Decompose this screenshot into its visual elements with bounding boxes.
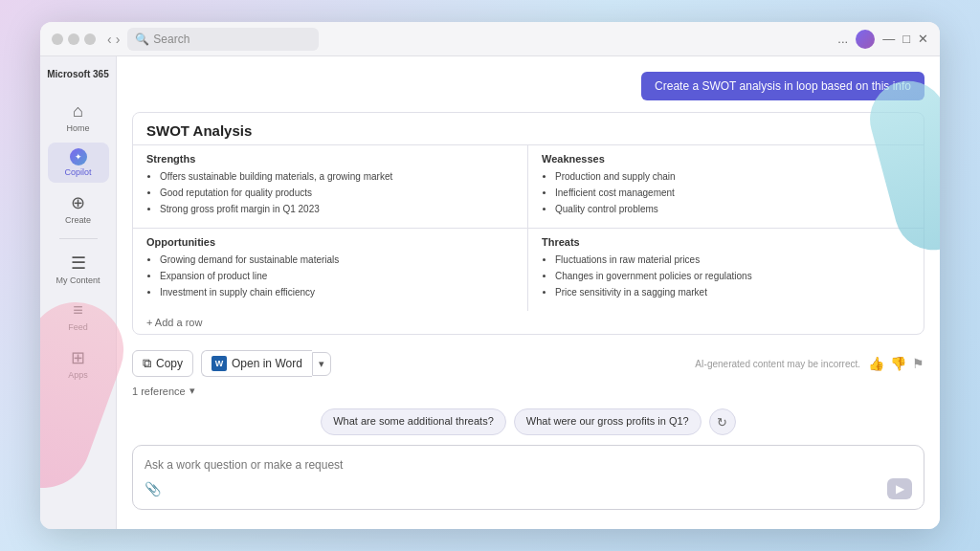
feed-icon: ≡ <box>73 300 83 320</box>
send-button[interactable]: ▶ <box>887 478 912 499</box>
swot-table-container: SWOT Analysis Strengths Offers sustainab… <box>132 112 924 335</box>
strengths-list: Offers sustainable building materials, a… <box>146 169 514 217</box>
sidebar-item-label: Copilot <box>64 167 91 177</box>
opportunities-title: Opportunities <box>146 236 514 248</box>
list-item: Quality control problems <box>555 202 910 217</box>
avatar[interactable] <box>856 30 875 49</box>
dislike-button[interactable]: 👎 <box>890 356 906 371</box>
input-actions: 📎 ▶ <box>145 478 912 499</box>
list-item: Inefficient cost management <box>555 186 910 201</box>
copy-icon: ⧉ <box>143 356 151 371</box>
minimize-btn[interactable]: — <box>882 32 895 46</box>
apps-icon: ⊞ <box>71 347 85 368</box>
list-item: Price sensitivity in a sagging market <box>555 285 910 300</box>
search-placeholder-text: Search <box>153 33 189 46</box>
weaknesses-list: Production and supply chain Inefficient … <box>542 169 910 217</box>
sidebar-item-apps[interactable]: ⊞ Apps <box>48 342 109 386</box>
suggestion-chip-profits[interactable]: What were our gross profits in Q1? <box>514 408 702 435</box>
threats-list: Fluctuations in raw material prices Chan… <box>542 253 910 300</box>
swot-opportunities-cell: Opportunities Growing demand for sustain… <box>133 228 528 311</box>
maximize-btn[interactable]: □ <box>902 32 910 46</box>
sidebar-item-home[interactable]: ⌂ Home <box>48 96 109 139</box>
attach-icon[interactable]: 📎 <box>145 481 161 496</box>
nav-forward[interactable]: › <box>116 32 121 47</box>
title-bar: ‹ › 🔍 Search ... — □ ✕ <box>40 22 940 56</box>
copy-label: Copy <box>156 357 183 370</box>
search-icon: 🔍 <box>135 33 149 46</box>
search-bar[interactable]: 🔍 Search <box>127 28 319 51</box>
swot-threats-cell: Threats Fluctuations in raw material pri… <box>528 228 924 311</box>
my-content-icon: ☰ <box>71 253 86 274</box>
dot-decoration <box>84 33 96 45</box>
title-bar-actions: ... — □ ✕ <box>837 30 928 49</box>
open-in-word-group: W Open in Word ▾ <box>201 350 331 377</box>
ai-notice: AI-generated content may be incorrect. <box>695 359 860 369</box>
opportunities-list: Growing demand for sustainable materials… <box>146 253 514 300</box>
list-item: Expansion of product line <box>160 269 514 284</box>
top-action-bar: Create a SWOT analysis in loop based on … <box>132 72 924 100</box>
swot-weaknesses-cell: Weaknesses Production and supply chain I… <box>528 144 924 228</box>
create-icon: ⊕ <box>71 192 85 213</box>
sidebar-item-copilot[interactable]: ✦ Copilot <box>48 143 109 183</box>
feedback-icons: 👍 👎 ⚑ <box>868 356 924 371</box>
sidebar-item-my-content[interactable]: ☰ My Content <box>48 247 109 291</box>
list-item: Good reputation for quality products <box>160 186 514 201</box>
content-area: Create a SWOT analysis in loop based on … <box>117 56 940 529</box>
sidebar: Microsoft 365 ⌂ Home ✦ Copilot ⊕ Create … <box>40 56 117 529</box>
threats-title: Threats <box>542 236 910 248</box>
action-bar: ⧉ Copy W Open in Word ▾ AI-generated con… <box>132 344 924 383</box>
home-icon: ⌂ <box>73 101 83 121</box>
flag-button[interactable]: ⚑ <box>912 356 924 371</box>
copy-button[interactable]: ⧉ Copy <box>132 350 193 377</box>
refresh-suggestions-button[interactable]: ↻ <box>709 408 736 435</box>
strengths-title: Strengths <box>146 153 514 165</box>
like-button[interactable]: 👍 <box>868 356 884 371</box>
send-icon: ▶ <box>896 482 904 496</box>
close-btn[interactable]: ✕ <box>918 32 928 46</box>
sidebar-item-create[interactable]: ⊕ Create <box>48 187 109 231</box>
nav-arrows: ‹ › <box>107 32 120 47</box>
app-window: ‹ › 🔍 Search ... — □ ✕ Microsoft 365 ⌂ H… <box>40 22 940 529</box>
copilot-icon: ✦ <box>70 148 87 165</box>
sidebar-divider <box>59 238 98 239</box>
app-logo: Microsoft 365 <box>47 68 108 80</box>
suggestion-chip-threats[interactable]: What are some additional threats? <box>321 408 506 435</box>
sidebar-item-label: Feed <box>68 322 88 332</box>
list-item: Changes in government policies or regula… <box>555 269 910 284</box>
sidebar-item-label: Apps <box>68 370 88 380</box>
list-item: Fluctuations in raw material prices <box>555 253 910 268</box>
open-in-word-label: Open in Word <box>232 357 302 370</box>
create-swot-button[interactable]: Create a SWOT analysis in loop based on … <box>641 72 924 100</box>
list-item: Production and supply chain <box>555 169 910 185</box>
suggestions-area: What are some additional threats? What w… <box>132 399 924 441</box>
list-item: Offers sustainable building materials, a… <box>160 169 514 185</box>
swot-title: SWOT Analysis <box>133 113 924 144</box>
sidebar-item-label: My Content <box>56 276 100 285</box>
weaknesses-title: Weaknesses <box>542 153 910 165</box>
sidebar-item-label: Home <box>66 123 89 133</box>
dot-decoration <box>52 33 63 45</box>
chevron-down-icon: ▾ <box>189 385 195 397</box>
nav-back[interactable]: ‹ <box>107 32 112 47</box>
list-item: Growing demand for sustainable materials <box>160 253 514 268</box>
chat-input[interactable] <box>145 458 912 472</box>
input-area: 📎 ▶ <box>132 445 924 510</box>
window-controls <box>52 33 96 45</box>
list-item: Investment in supply chain efficiency <box>160 285 514 300</box>
open-in-word-button[interactable]: W Open in Word <box>201 350 312 377</box>
reference-label: 1 reference <box>132 386 186 397</box>
swot-strengths-cell: Strengths Offers sustainable building ma… <box>133 144 528 228</box>
word-icon: W <box>212 356 227 371</box>
dot-decoration <box>68 33 79 45</box>
swot-grid: Strengths Offers sustainable building ma… <box>133 144 924 311</box>
sidebar-item-feed[interactable]: ≡ Feed <box>48 295 109 338</box>
reference-bar[interactable]: 1 reference ▾ <box>132 383 924 399</box>
menu-dots[interactable]: ... <box>837 32 848 46</box>
sidebar-item-label: Create <box>65 215 91 225</box>
main-area: Microsoft 365 ⌂ Home ✦ Copilot ⊕ Create … <box>40 56 940 529</box>
list-item: Strong gross profit margin in Q1 2023 <box>160 202 514 217</box>
add-row-button[interactable]: + Add a row <box>133 311 924 334</box>
open-in-word-dropdown[interactable]: ▾ <box>312 352 331 376</box>
